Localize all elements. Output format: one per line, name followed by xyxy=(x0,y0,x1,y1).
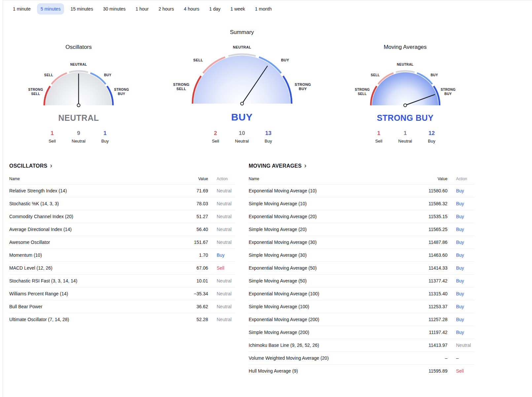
neutral-count: 9 Neutral xyxy=(67,130,90,144)
interval-tab-1-month[interactable]: 1 month xyxy=(251,3,275,15)
top-edge-divider xyxy=(3,0,532,1)
column-header-action: Action xyxy=(447,177,475,181)
gauge-title-moving-averages: Moving Averages xyxy=(384,44,427,50)
gauge-status-moving-averages: STRONG BUY xyxy=(377,113,434,123)
moving-averages-table-heading[interactable]: MOVING AVERAGES › xyxy=(249,163,475,169)
indicator-value: 11413.97 xyxy=(414,343,447,348)
moving-averages-table: MOVING AVERAGES › Name Value Action Expo… xyxy=(249,163,475,377)
indicator-value: −35.34 xyxy=(175,291,208,296)
table-row: Simple Moving Average (30)11463.60Buy xyxy=(249,249,475,262)
table-row: Exponential Moving Average (200)11257.28… xyxy=(249,313,475,326)
indicator-action: Buy xyxy=(447,304,475,309)
gauge-label-strong-buy: BUY xyxy=(118,92,125,96)
indicator-name: Stochastic RSI Fast (3, 3, 14, 14) xyxy=(9,278,175,283)
gauge-counts-oscillators: 1 Sell 9 Neutral 1 Buy xyxy=(41,130,116,144)
indicator-value: 11257.28 xyxy=(414,317,447,322)
indicator-name: Momentum (10) xyxy=(9,252,175,258)
sell-count: 2 Sell xyxy=(204,130,227,144)
table-row: Ichimoku Base Line (9, 26, 52, 26)11413.… xyxy=(249,339,475,352)
interval-tab-1-day[interactable]: 1 day xyxy=(205,3,224,15)
indicator-value: 51.27 xyxy=(175,214,208,219)
neutral-count-value: 1 xyxy=(394,130,416,137)
gauge-label-neutral: NEUTRAL xyxy=(233,45,251,49)
indicator-name: Ultimate Oscillator (7, 14, 28) xyxy=(9,317,175,322)
neutral-count: 1 Neutral xyxy=(394,130,416,144)
indicator-value: 11197.42 xyxy=(414,330,447,335)
gauge-label-strong-sell: SELL xyxy=(31,92,40,96)
indicator-action: Neutral xyxy=(447,343,475,348)
gauge-label-sell: SELL xyxy=(371,73,380,77)
sell-count-value: 1 xyxy=(368,130,390,137)
table-row: Exponential Moving Average (50)11414.33B… xyxy=(249,262,475,275)
gauge-segment-neutral xyxy=(396,71,414,72)
interval-tab-1-minute[interactable]: 1 minute xyxy=(9,3,34,15)
indicator-value: 11535.15 xyxy=(414,214,447,219)
gauge-label-strong-buy: STRONG xyxy=(114,88,129,91)
table-row: Relative Strength Index (14)71.69Neutral xyxy=(9,184,235,197)
gauge-fill xyxy=(194,55,290,104)
indicator-action: Buy xyxy=(447,240,475,245)
indicator-name: Simple Moving Average (10) xyxy=(249,201,414,206)
neutral-count-value: 10 xyxy=(231,130,253,137)
table-row: Simple Moving Average (10)11586.32Buy xyxy=(249,197,475,210)
indicator-tables-row: OSCILLATORS › Name Value Action Relative… xyxy=(9,163,475,377)
moving-averages-gauge-section: Moving Averages NEUTRALSELLBUYSTRONGSELL… xyxy=(336,44,475,144)
table-row: Bull Bear Power36.62Neutral xyxy=(9,300,235,313)
oscillators-table-heading[interactable]: OSCILLATORS › xyxy=(9,163,235,169)
technical-analysis-widget: 1 minute5 minutes15 minutes30 minutes1 h… xyxy=(0,0,475,377)
indicator-value: 11595.89 xyxy=(414,368,447,374)
neutral-count-value: 9 xyxy=(67,130,90,137)
indicator-action: Neutral xyxy=(208,317,235,322)
indicator-action: Neutral xyxy=(208,201,235,206)
indicator-value: 11253.37 xyxy=(414,304,447,309)
indicator-name: Exponential Moving Average (20) xyxy=(249,214,414,219)
table-row: MACD Level (12, 26)67.06Sell xyxy=(9,262,235,275)
interval-tab-4-hours[interactable]: 4 hours xyxy=(180,3,203,15)
interval-tab-5-minutes[interactable]: 5 minutes xyxy=(37,3,64,15)
gauge-label-strong-buy: STRONG xyxy=(441,88,455,91)
interval-tab-1-week[interactable]: 1 week xyxy=(227,3,249,15)
oscillators-gauge: NEUTRALSELLBUYSTRONGSELLSTRONGBUY xyxy=(24,54,133,111)
gauge-label-strong-sell: STRONG xyxy=(28,88,43,91)
gauge-pivot xyxy=(404,104,407,107)
buy-count-value: 13 xyxy=(257,130,280,137)
indicator-action: Sell xyxy=(208,265,235,271)
gauge-fill xyxy=(372,72,438,105)
table-row: Momentum (10)1.70Buy xyxy=(9,249,235,262)
indicator-name: Exponential Moving Average (100) xyxy=(249,291,414,296)
interval-tabs: 1 minute5 minutes15 minutes30 minutes1 h… xyxy=(9,3,475,15)
indicator-name: MACD Level (12, 26) xyxy=(9,265,175,271)
indicator-name: Bull Bear Power xyxy=(9,304,175,309)
indicator-value: 71.69 xyxy=(175,188,208,193)
interval-tab-15-minutes[interactable]: 15 minutes xyxy=(67,3,96,15)
indicator-name: Average Directional Index (14) xyxy=(9,227,175,232)
gauge-title-summary: Summary xyxy=(230,29,254,36)
indicator-name: Exponential Moving Average (30) xyxy=(249,240,414,245)
indicator-name: Simple Moving Average (30) xyxy=(249,252,414,258)
gauge-label-strong-sell: SELL xyxy=(176,87,186,91)
indicator-action: – xyxy=(447,355,475,361)
interval-tab-1-hour[interactable]: 1 hour xyxy=(132,3,152,15)
table-row: Exponential Moving Average (100)11315.40… xyxy=(249,287,475,300)
summary-gauge-section: Summary NEUTRALSELLBUYSTRONGSELLSTRONGBU… xyxy=(156,29,328,144)
moving-averages-heading-text: MOVING AVERAGES xyxy=(249,163,301,169)
table-row: Stochastic RSI Fast (3, 3, 14, 14)10.01N… xyxy=(9,275,235,287)
gauge-label-strong-sell: STRONG xyxy=(355,88,370,91)
left-edge-divider xyxy=(3,0,3,397)
oscillators-heading-text: OSCILLATORS xyxy=(9,163,47,169)
indicator-name: Hull Moving Average (9) xyxy=(249,368,414,374)
indicator-value: 11580.60 xyxy=(414,188,447,193)
sell-count: 1 Sell xyxy=(41,130,63,144)
interval-tab-30-minutes[interactable]: 30 minutes xyxy=(99,3,129,15)
gauge-pivot xyxy=(77,104,80,107)
sell-count-label: Sell xyxy=(41,139,63,144)
gauge-segment-neutral xyxy=(69,71,88,72)
indicator-name: Simple Moving Average (100) xyxy=(249,304,414,309)
table-row: Hull Moving Average (9)11595.89Sell xyxy=(249,365,475,377)
column-header-name: Name xyxy=(249,177,414,181)
interval-tab-2-hours[interactable]: 2 hours xyxy=(155,3,178,15)
indicator-value: – xyxy=(414,355,447,361)
table-row: Ultimate Oscillator (7, 14, 28)52.28Neut… xyxy=(9,313,235,326)
table-row: Commodity Channel Index (20)51.27Neutral xyxy=(9,210,235,223)
gauge-label-strong-buy: STRONG xyxy=(295,83,311,86)
